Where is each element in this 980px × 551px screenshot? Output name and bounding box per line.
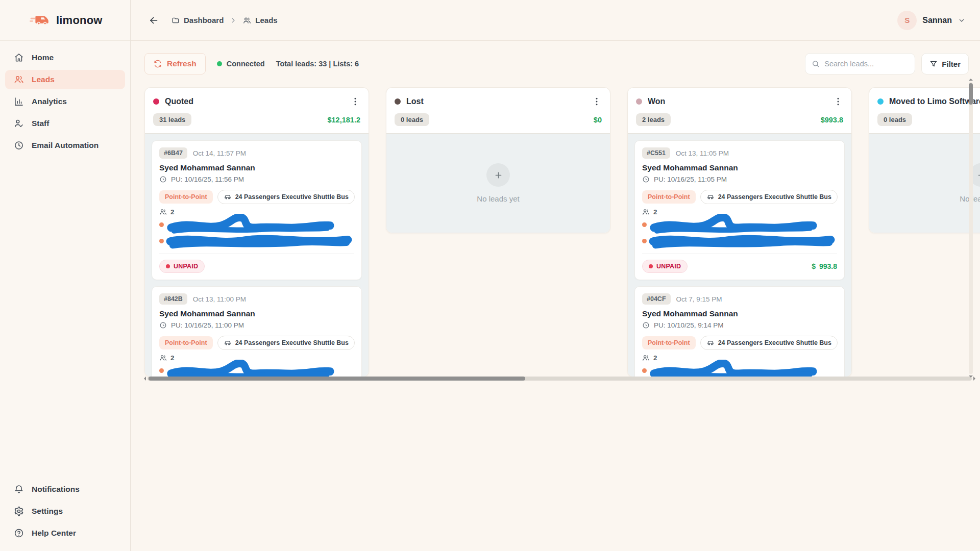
- address-stop-dot: [642, 239, 647, 243]
- address-row: [642, 363, 837, 377]
- lead-id-badge: #04CF: [642, 293, 671, 305]
- lead-card-top-row: #C551Oct 13, 11:05 PM: [642, 147, 837, 159]
- car-icon: [224, 193, 232, 201]
- vehicle-tag-label: 24 Passengers Executive Shuttle Bus: [718, 339, 831, 346]
- redacted-address-scribble: [651, 233, 837, 248]
- breadcrumb-item-leads[interactable]: Leads: [243, 16, 277, 24]
- column-menu-kebab-icon[interactable]: [833, 96, 843, 107]
- sidebar-item-notifications[interactable]: Notifications: [5, 480, 125, 499]
- address-row: USA: [159, 233, 354, 248]
- column-total-value: $12,181.2: [327, 116, 360, 124]
- trip-type-tag: Point-to-Point: [642, 336, 696, 349]
- sidebar-footer-nav: NotificationsSettingsHelp Center: [0, 472, 130, 551]
- address-stop-dot: [642, 222, 647, 227]
- lead-card[interactable]: #C551Oct 13, 11:05 PMSyed Mohammad Sanna…: [634, 140, 845, 280]
- address-stop-dot: [159, 368, 164, 373]
- lead-customer-name: Syed Mohammad Sannan: [642, 309, 837, 318]
- scroll-right-arrow[interactable]: [973, 377, 977, 381]
- search-input[interactable]: [824, 60, 909, 68]
- column-menu-kebab-icon[interactable]: [592, 96, 602, 107]
- column-title: Moved to Limo Software: [889, 97, 980, 106]
- lead-card-footer: UNPAID$993.8: [642, 254, 837, 273]
- lead-id-badge: #6B47: [159, 147, 187, 159]
- clock-icon: [159, 176, 167, 183]
- lead-card[interactable]: #842BOct 13, 11:00 PMSyed Mohammad Sanna…: [152, 286, 362, 377]
- breadcrumb-item-dashboard[interactable]: Dashboard: [172, 16, 224, 24]
- column-header: Lost0 leads$0: [386, 88, 610, 133]
- column-lead-count: 31 leads: [153, 113, 191, 126]
- lead-id-badge: #C551: [642, 147, 670, 159]
- sidebar-item-leads[interactable]: Leads: [5, 70, 125, 89]
- kanban-column-quoted: Quoted31 leads$12,181.2#6B47Oct 14, 11:5…: [144, 87, 369, 377]
- horizontal-scroll-track[interactable]: [148, 377, 972, 381]
- dollar-sign: $: [812, 262, 816, 270]
- scroll-up-arrow[interactable]: [969, 77, 973, 81]
- lead-customer-name: Syed Mohammad Sannan: [642, 163, 837, 172]
- sidebar-item-home[interactable]: Home: [5, 48, 125, 67]
- lead-card-top-row: #04CFOct 7, 9:15 PM: [642, 293, 837, 305]
- refresh-button[interactable]: Refresh: [144, 53, 206, 74]
- column-menu-kebab-icon[interactable]: [350, 96, 360, 107]
- lead-tags-row: Point-to-Point24 Passengers Executive Sh…: [642, 190, 837, 204]
- payment-status-dot: [166, 264, 170, 268]
- lead-customer-name: Syed Mohammad Sannan: [159, 309, 354, 318]
- connected-dot: [217, 61, 222, 66]
- add-lead-button[interactable]: [486, 163, 510, 187]
- lead-tags-row: Point-to-Point24 Passengers Executive Sh…: [159, 190, 354, 204]
- redacted-address-scribble: MI: [168, 363, 336, 377]
- vehicle-tag: 24 Passengers Executive Shuttle Bus: [700, 336, 838, 350]
- filter-button[interactable]: Filter: [921, 53, 969, 74]
- vertical-scrollbar[interactable]: [968, 77, 973, 380]
- address-stop-dot: [642, 368, 647, 373]
- redacted-address-scribble: USA: [168, 233, 354, 248]
- lead-pickup-label: PU: 10/10/25, 9:14 PM: [654, 321, 724, 329]
- trip-type-tag: Point-to-Point: [642, 190, 696, 204]
- user-menu[interactable]: S Sannan: [897, 11, 966, 30]
- vertical-scroll-thumb[interactable]: [969, 83, 973, 105]
- column-status-dot: [153, 98, 159, 105]
- payment-status-label: UNPAID: [174, 263, 198, 270]
- folder-icon: [172, 16, 180, 24]
- sidebar-item-settings[interactable]: Settings: [5, 502, 125, 521]
- app-logo[interactable]: limonow: [0, 0, 130, 41]
- back-button[interactable]: [148, 15, 159, 26]
- home-icon: [14, 53, 24, 63]
- lead-card[interactable]: #6B47Oct 14, 11:57 PMSyed Mohammad Sanna…: [152, 140, 362, 280]
- lead-created-date: Oct 7, 9:15 PM: [676, 295, 722, 303]
- breadcrumb-label: Leads: [255, 16, 277, 24]
- gear-icon: [14, 506, 24, 516]
- filter-icon: [929, 60, 938, 68]
- column-title-row: Moved to Limo Software: [877, 96, 980, 107]
- trip-type-tag: Point-to-Point: [159, 336, 213, 349]
- scroll-left-arrow[interactable]: [142, 377, 146, 381]
- horizontal-scroll-thumb[interactable]: [149, 377, 525, 381]
- column-body: #6B47Oct 14, 11:57 PMSyed Mohammad Sanna…: [145, 133, 369, 377]
- column-body: No leads yet: [869, 133, 980, 233]
- column-lead-count: 0 leads: [395, 113, 429, 126]
- column-lead-count: 2 leads: [636, 113, 671, 126]
- lead-card-top-row: #842BOct 13, 11:00 PM: [159, 293, 354, 305]
- vertical-scroll-track[interactable]: [969, 82, 973, 374]
- sidebar-item-analytics[interactable]: Analytics: [5, 92, 125, 111]
- sidebar-item-help-center[interactable]: Help Center: [5, 523, 125, 543]
- leads-summary: Total leads: 33 | Lists: 6: [276, 60, 359, 68]
- staff-icon: [14, 118, 24, 129]
- empty-state-text: No leads yet: [477, 194, 519, 203]
- kanban-column-won: Won2 leads$993.8#C551Oct 13, 11:05 PMSye…: [627, 87, 852, 377]
- content: Refresh Connected Total leads: 33 | List…: [131, 41, 980, 551]
- column-total-value: $0: [594, 116, 602, 124]
- lead-card[interactable]: #04CFOct 7, 9:15 PMSyed Mohammad SannanP…: [634, 286, 845, 377]
- lead-pickup-time: PU: 10/10/25, 9:14 PM: [642, 321, 837, 329]
- column-total-value: $993.8: [821, 116, 843, 124]
- leads-toolbar: Refresh Connected Total leads: 33 | List…: [144, 53, 980, 74]
- sidebar-item-staff[interactable]: Staff: [5, 114, 125, 133]
- scroll-down-arrow[interactable]: [969, 375, 973, 380]
- connection-status-label: Connected: [227, 60, 265, 68]
- lead-tags-row: Point-to-Point24 Passengers Executive Sh…: [159, 336, 354, 350]
- lead-pickup-label: PU: 10/16/25, 11:56 PM: [171, 176, 244, 183]
- lead-amount: $993.8: [812, 262, 837, 270]
- car-icon: [706, 339, 715, 347]
- kanban-column-lost: Lost0 leads$0No leads yet: [386, 87, 610, 233]
- column-body: No leads yet: [386, 133, 610, 233]
- sidebar-item-email-automation[interactable]: Email Automation: [5, 136, 125, 155]
